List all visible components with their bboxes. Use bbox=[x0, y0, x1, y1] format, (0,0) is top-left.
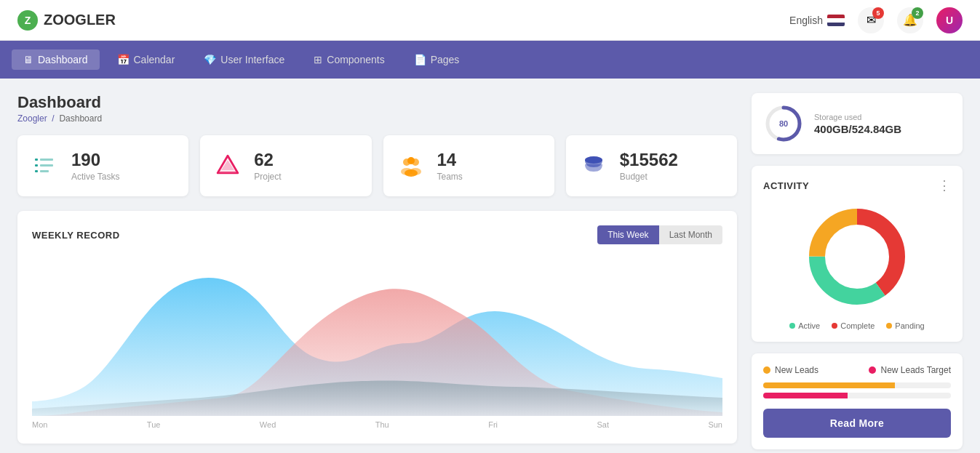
svg-rect-0 bbox=[35, 159, 38, 161]
weekly-chart bbox=[32, 256, 722, 416]
storage-value: 400GB/524.84GB bbox=[814, 123, 901, 135]
svg-rect-3 bbox=[40, 159, 53, 161]
breadcrumb-sep: / bbox=[52, 113, 54, 124]
weekly-record-card: WEEKLY RECORD This Week Last Month bbox=[17, 211, 737, 444]
main-column: Dashboard Zoogler / Dashboard bbox=[17, 93, 737, 449]
weekly-title: WEEKLY RECORD bbox=[32, 230, 120, 241]
nav-components[interactable]: ⊞ Components bbox=[302, 49, 396, 70]
complete-dot bbox=[832, 323, 837, 329]
avatar-initials: U bbox=[946, 15, 953, 26]
stat-card-budget: $15562 Budget bbox=[566, 135, 737, 196]
notification-button[interactable]: 🔔 2 bbox=[897, 7, 923, 33]
budget-number: $15562 bbox=[620, 150, 678, 170]
page-header: Dashboard Zoogler / Dashboard bbox=[17, 93, 737, 124]
weekly-header: WEEKLY RECORD This Week Last Month bbox=[32, 225, 722, 244]
breadcrumb-root[interactable]: Zoogler bbox=[17, 113, 47, 124]
language-selector[interactable]: English bbox=[789, 15, 845, 26]
tab-group: This Week Last Month bbox=[597, 225, 722, 244]
complete-label: Complete bbox=[840, 321, 875, 330]
main-content: Dashboard Zoogler / Dashboard bbox=[0, 79, 980, 453]
stat-card-tasks: 190 Active Tasks bbox=[17, 135, 188, 196]
svg-rect-2 bbox=[35, 170, 38, 172]
activity-legend: Active Complete Panding bbox=[763, 321, 951, 330]
stat-info-budget: $15562 Budget bbox=[620, 150, 678, 182]
new-leads-label: New Leads bbox=[775, 365, 818, 375]
nav-calendar[interactable]: 📅 Calendar bbox=[105, 49, 187, 70]
stat-info-tasks: 190 Active Tasks bbox=[71, 150, 119, 182]
tab-last-month[interactable]: Last Month bbox=[659, 225, 722, 244]
navbar: 🖥 Dashboard 📅 Calendar 💎 User Interface … bbox=[0, 41, 980, 79]
page-title: Dashboard bbox=[17, 93, 737, 112]
tab-this-week[interactable]: This Week bbox=[597, 225, 658, 244]
mail-button[interactable]: ✉ 5 bbox=[858, 7, 884, 33]
progress-bar-pink bbox=[763, 393, 951, 398]
leads-row: New Leads New Leads Target bbox=[763, 365, 951, 375]
right-column: 80 Storage used 400GB/524.84GB ACTIVITY … bbox=[752, 93, 963, 449]
yellow-bar bbox=[763, 382, 895, 388]
topbar-right: English ✉ 5 🔔 2 U bbox=[789, 7, 963, 33]
tasks-label: Active Tasks bbox=[71, 172, 119, 182]
pending-label: Panding bbox=[895, 321, 924, 330]
logo-icon: Z bbox=[17, 10, 38, 31]
svg-rect-4 bbox=[40, 164, 53, 167]
project-icon bbox=[212, 150, 244, 182]
leads-item-new: New Leads bbox=[763, 365, 818, 375]
nav-calendar-label: Calendar bbox=[134, 54, 175, 65]
flag-icon bbox=[827, 15, 845, 26]
pink-bar-empty bbox=[848, 393, 951, 398]
progress-bar-yellow bbox=[763, 382, 951, 388]
teams-label: Teams bbox=[437, 172, 463, 182]
stat-card-project: 62 Project bbox=[200, 135, 371, 196]
tasks-number: 190 bbox=[71, 150, 119, 170]
activity-header: ACTIVITY ⋮ bbox=[763, 177, 951, 193]
day-wed: Wed bbox=[260, 420, 276, 429]
leads-card: New Leads New Leads Target Read More bbox=[752, 353, 963, 449]
logo-text: ZOOGLER bbox=[44, 12, 116, 28]
nav-dashboard-label: Dashboard bbox=[38, 54, 88, 65]
pink-bar bbox=[763, 393, 848, 398]
stat-cards: 190 Active Tasks 62 Project bbox=[17, 135, 737, 196]
storage-percent: 80 bbox=[779, 119, 788, 128]
read-more-button[interactable]: Read More bbox=[763, 409, 951, 438]
nav-user-interface[interactable]: 💎 User Interface bbox=[192, 49, 296, 70]
breadcrumb: Zoogler / Dashboard bbox=[17, 113, 737, 124]
day-labels: Mon Tue Wed Thu Fri Sat Sun bbox=[32, 416, 722, 429]
legend-pending: Panding bbox=[886, 321, 924, 330]
more-options-icon[interactable]: ⋮ bbox=[938, 177, 951, 193]
avatar[interactable]: U bbox=[936, 7, 963, 33]
storage-info: Storage used 400GB/524.84GB bbox=[814, 113, 901, 135]
leads-item-target: New Leads Target bbox=[869, 365, 951, 375]
diamond-icon: 💎 bbox=[204, 54, 216, 65]
svg-rect-5 bbox=[40, 170, 49, 172]
activity-title: ACTIVITY bbox=[763, 180, 809, 191]
nav-pages[interactable]: 📄 Pages bbox=[402, 49, 471, 70]
new-leads-dot bbox=[763, 366, 770, 374]
stat-card-teams: 14 Teams bbox=[383, 135, 554, 196]
logo: Z ZOOGLER bbox=[17, 10, 116, 31]
storage-widget: 80 Storage used 400GB/524.84GB bbox=[752, 93, 963, 154]
stat-info-teams: 14 Teams bbox=[437, 150, 463, 182]
activity-card: ACTIVITY ⋮ Active bbox=[752, 166, 963, 342]
active-label: Active bbox=[798, 321, 820, 330]
yellow-bar-empty bbox=[895, 382, 951, 388]
legend-complete: Complete bbox=[832, 321, 875, 330]
topbar: Z ZOOGLER English ✉ 5 🔔 2 U bbox=[0, 0, 980, 41]
nav-dashboard[interactable]: 🖥 Dashboard bbox=[12, 49, 100, 70]
new-leads-target-label: New Leads Target bbox=[880, 365, 951, 375]
stat-info-project: 62 Project bbox=[254, 150, 281, 182]
project-number: 62 bbox=[254, 150, 281, 170]
calendar-icon: 📅 bbox=[117, 54, 130, 65]
storage-circle: 80 bbox=[763, 103, 804, 144]
notif-badge: 2 bbox=[912, 7, 923, 19]
breadcrumb-current: Dashboard bbox=[59, 113, 102, 124]
nav-components-label: Components bbox=[327, 54, 384, 65]
svg-point-14 bbox=[405, 169, 418, 177]
day-sun: Sun bbox=[708, 420, 722, 429]
project-label: Project bbox=[254, 172, 281, 182]
language-label: English bbox=[789, 15, 823, 26]
progress-bars bbox=[763, 382, 951, 398]
day-tue: Tue bbox=[147, 420, 161, 429]
file-icon: 📄 bbox=[414, 54, 426, 65]
grid-icon: ⊞ bbox=[314, 54, 322, 65]
pending-dot bbox=[886, 323, 892, 329]
